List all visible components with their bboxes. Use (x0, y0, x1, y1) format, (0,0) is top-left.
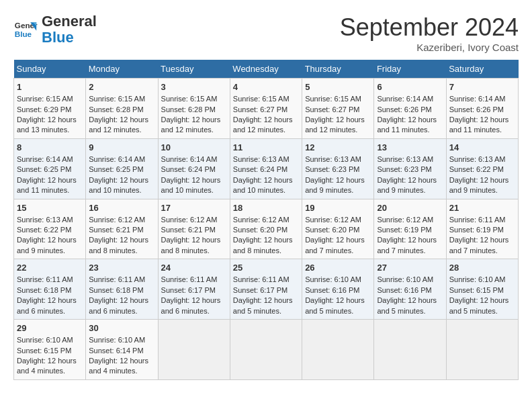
header-wednesday: Wednesday (230, 60, 302, 79)
day-info-line: Daylight: 12 hours (305, 235, 371, 245)
logo-text-line1: General (42, 13, 97, 30)
day-info-line: Sunrise: 6:11 AM (17, 275, 83, 285)
day-info-line: Sunset: 6:21 PM (161, 225, 227, 235)
day-info-line: Daylight: 12 hours (17, 235, 83, 245)
day-info-line: Sunrise: 6:13 AM (233, 154, 299, 165)
calendar-week-5: 29Sunrise: 6:10 AMSunset: 6:15 PMDayligh… (14, 320, 519, 380)
calendar-day-26: 26Sunrise: 6:10 AMSunset: 6:16 PMDayligh… (302, 259, 374, 320)
day-number: 25 (233, 262, 299, 274)
day-info-line: Daylight: 12 hours (305, 175, 371, 185)
day-info-line: Sunrise: 6:12 AM (377, 215, 443, 225)
day-info-line: Sunrise: 6:14 AM (161, 154, 227, 165)
calendar-day-1: 1Sunrise: 6:15 AMSunset: 6:29 PMDaylight… (14, 79, 86, 139)
day-info-line: Sunset: 6:23 PM (305, 165, 371, 175)
calendar-day-28: 28Sunrise: 6:10 AMSunset: 6:15 PMDayligh… (446, 259, 518, 320)
day-info-line: Sunset: 6:24 PM (161, 165, 227, 175)
day-info-line: Sunset: 6:27 PM (233, 105, 299, 115)
calendar-empty (158, 320, 230, 380)
day-info-line: Sunset: 6:28 PM (161, 105, 227, 115)
day-info-line: Daylight: 12 hours (449, 115, 515, 125)
day-number: 26 (305, 262, 371, 274)
calendar-day-2: 2Sunrise: 6:15 AMSunset: 6:28 PMDaylight… (86, 79, 158, 139)
day-number: 2 (89, 81, 154, 93)
header-friday: Friday (374, 60, 446, 79)
logo-icon: General Blue (13, 17, 38, 42)
day-info-line: Sunset: 6:15 PM (17, 346, 83, 356)
day-info-line: Sunrise: 6:14 AM (377, 94, 443, 104)
day-info-line: Sunset: 6:18 PM (17, 285, 83, 295)
calendar-empty (302, 320, 374, 380)
day-info-line: and 7 minutes. (305, 246, 371, 256)
day-info-line: and 5 minutes. (377, 306, 443, 316)
day-info-line: Daylight: 12 hours (377, 235, 443, 245)
day-info-line: Sunset: 6:26 PM (377, 105, 443, 115)
logo-text-line2: Blue (42, 30, 97, 46)
calendar-day-22: 22Sunrise: 6:11 AMSunset: 6:18 PMDayligh… (14, 259, 86, 320)
day-info-line: Daylight: 12 hours (449, 295, 515, 306)
day-info-line: Daylight: 12 hours (89, 235, 154, 245)
day-info-line: and 7 minutes. (377, 246, 443, 256)
day-info-line: and 10 minutes. (89, 185, 154, 195)
calendar-day-7: 7Sunrise: 6:14 AMSunset: 6:26 PMDaylight… (446, 79, 518, 139)
day-info-line: Sunset: 6:28 PM (89, 105, 154, 115)
svg-text:Blue: Blue (15, 30, 32, 38)
day-info-line: Sunrise: 6:12 AM (233, 215, 299, 225)
calendar-day-23: 23Sunrise: 6:11 AMSunset: 6:18 PMDayligh… (86, 259, 158, 320)
day-number: 14 (449, 142, 515, 154)
day-info-line: Sunrise: 6:13 AM (449, 154, 515, 165)
day-info-line: Sunset: 6:22 PM (449, 165, 515, 175)
day-info-line: Sunrise: 6:10 AM (305, 275, 371, 285)
day-info-line: Sunset: 6:26 PM (449, 105, 515, 115)
calendar-empty (374, 320, 446, 380)
day-info-line: Sunrise: 6:15 AM (233, 94, 299, 104)
day-info-line: Sunrise: 6:11 AM (89, 275, 154, 285)
location-subtitle: Kazeriberi, Ivory Coast (340, 42, 519, 53)
day-info-line: and 6 minutes. (161, 306, 227, 316)
calendar-day-20: 20Sunrise: 6:12 AMSunset: 6:19 PMDayligh… (374, 199, 446, 259)
day-info-line: and 9 minutes. (305, 185, 371, 195)
logo: General Blue General Blue (13, 13, 97, 46)
calendar-day-6: 6Sunrise: 6:14 AMSunset: 6:26 PMDaylight… (374, 79, 446, 139)
day-number: 10 (161, 142, 227, 154)
day-info-line: Sunrise: 6:13 AM (305, 154, 371, 165)
calendar-day-3: 3Sunrise: 6:15 AMSunset: 6:28 PMDaylight… (158, 79, 230, 139)
day-info-line: Sunset: 6:25 PM (89, 165, 154, 175)
day-info-line: and 5 minutes. (233, 306, 299, 316)
day-info-line: Sunrise: 6:15 AM (161, 94, 227, 104)
day-info-line: Sunset: 6:18 PM (89, 285, 154, 295)
day-info-line: Daylight: 12 hours (161, 175, 227, 185)
header-sunday: Sunday (14, 60, 86, 79)
day-info-line: Sunrise: 6:10 AM (449, 275, 515, 285)
day-info-line: Sunrise: 6:13 AM (377, 154, 443, 165)
day-info-line: Sunrise: 6:15 AM (305, 94, 371, 104)
day-number: 15 (17, 202, 83, 214)
day-info-line: and 7 minutes. (449, 246, 515, 256)
day-info-line: Daylight: 12 hours (305, 295, 371, 306)
day-info-line: and 8 minutes. (233, 246, 299, 256)
day-info-line: and 12 minutes. (89, 125, 154, 135)
day-info-line: Daylight: 12 hours (377, 115, 443, 125)
day-number: 1 (17, 81, 83, 93)
calendar-day-13: 13Sunrise: 6:13 AMSunset: 6:23 PMDayligh… (374, 138, 446, 199)
day-info-line: Sunset: 6:25 PM (17, 165, 83, 175)
calendar-day-8: 8Sunrise: 6:14 AMSunset: 6:25 PMDaylight… (14, 138, 86, 199)
calendar-week-4: 22Sunrise: 6:11 AMSunset: 6:18 PMDayligh… (14, 259, 519, 320)
day-info-line: and 4 minutes. (17, 366, 83, 376)
day-info-line: Daylight: 12 hours (161, 115, 227, 125)
day-number: 7 (449, 81, 515, 93)
day-number: 18 (233, 202, 299, 214)
day-info-line: Sunrise: 6:12 AM (89, 215, 154, 225)
day-number: 20 (377, 202, 443, 214)
day-info-line: and 6 minutes. (89, 306, 154, 316)
day-info-line: Sunrise: 6:13 AM (17, 215, 83, 225)
calendar-day-18: 18Sunrise: 6:12 AMSunset: 6:20 PMDayligh… (230, 199, 302, 259)
day-info-line: Sunset: 6:22 PM (17, 225, 83, 235)
day-info-line: Sunrise: 6:12 AM (305, 215, 371, 225)
day-info-line: Sunrise: 6:11 AM (449, 215, 515, 225)
day-info-line: Daylight: 12 hours (233, 295, 299, 306)
day-info-line: Sunset: 6:23 PM (377, 165, 443, 175)
day-info-line: and 11 minutes. (377, 125, 443, 135)
day-info-line: Daylight: 12 hours (449, 235, 515, 245)
day-info-line: and 10 minutes. (161, 185, 227, 195)
day-info-line: Sunset: 6:19 PM (377, 225, 443, 235)
